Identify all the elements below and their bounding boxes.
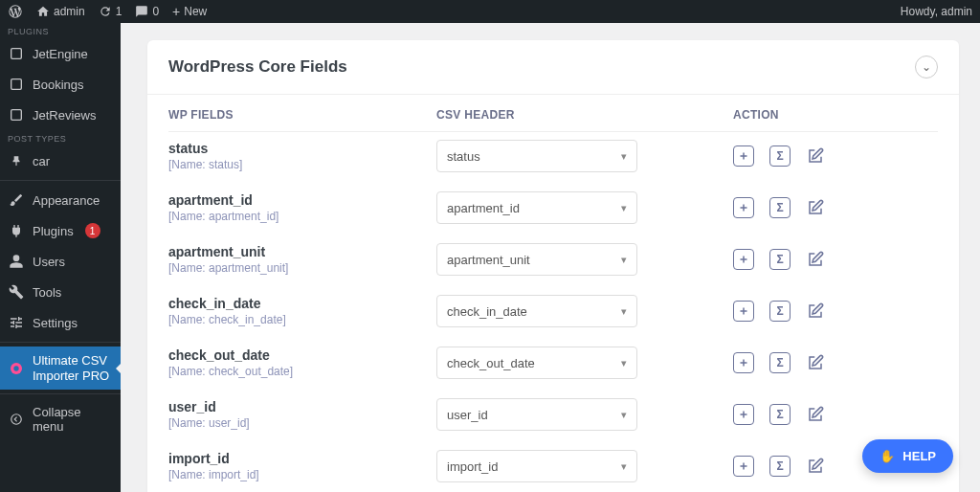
- sidebar-item-plugins[interactable]: Plugins 1: [0, 215, 121, 246]
- sidebar-item-tools[interactable]: Tools: [0, 277, 121, 307]
- csv-header-cell: check_in_date ▾: [436, 295, 733, 327]
- formula-button[interactable]: Σ: [769, 197, 791, 218]
- formula-button[interactable]: Σ: [769, 301, 791, 322]
- add-button[interactable]: [733, 352, 754, 373]
- user-icon: [8, 253, 25, 270]
- wp-field-cell: apartment_id [Name: apartment_id]: [168, 192, 436, 223]
- sigma-icon: Σ: [776, 459, 783, 473]
- importer-icon: [8, 360, 25, 377]
- help-label: HELP: [902, 449, 936, 463]
- formula-button[interactable]: Σ: [769, 145, 791, 167]
- wp-field-cell: user_id [Name: user_id]: [168, 399, 436, 430]
- chevron-down-icon: ▾: [621, 254, 627, 266]
- field-name: check_out_date: [168, 347, 436, 363]
- add-button[interactable]: [733, 249, 754, 270]
- wordpress-icon: [8, 4, 23, 19]
- sidebar-item-label: JetReviews: [33, 108, 96, 123]
- sidebar-item-car[interactable]: car: [0, 145, 121, 176]
- select-value: import_id: [447, 459, 498, 474]
- bookings-icon: [8, 76, 25, 93]
- csv-header-select[interactable]: check_out_date ▾: [436, 347, 637, 379]
- formula-button[interactable]: Σ: [769, 404, 791, 425]
- action-cell: Σ: [733, 145, 938, 167]
- edit-button[interactable]: [806, 457, 825, 476]
- svg-point-5: [11, 414, 22, 425]
- action-cell: Σ: [733, 404, 938, 425]
- edit-button[interactable]: [806, 198, 825, 217]
- csv-header-select[interactable]: check_in_date ▾: [436, 295, 637, 327]
- add-button[interactable]: [733, 301, 754, 322]
- sidebar-item-jetreviews[interactable]: JetReviews: [0, 100, 121, 130]
- csv-header-select[interactable]: user_id ▾: [436, 398, 637, 431]
- field-meta: [Name: check_in_date]: [168, 313, 436, 326]
- sidebar-item-csv-importer[interactable]: Ultimate CSV Importer PRO: [0, 347, 121, 390]
- add-button[interactable]: [733, 456, 754, 477]
- field-row: check_out_date [Name: check_out_date] ch…: [168, 339, 938, 391]
- sidebar-item-label: Collapse menu: [33, 405, 113, 434]
- field-row: user_id [Name: user_id] user_id ▾ Σ: [168, 391, 938, 442]
- core-fields-panel: WordPress Core Fields ⌄ WP FIELDS CSV HE…: [147, 40, 959, 492]
- csv-header-select[interactable]: apartment_id ▾: [436, 191, 637, 224]
- sidebar-item-jetengine[interactable]: JetEngine: [0, 38, 121, 69]
- add-button[interactable]: [733, 145, 754, 167]
- plug-icon: [8, 222, 25, 239]
- formula-button[interactable]: Σ: [769, 352, 791, 373]
- edit-button[interactable]: [806, 146, 825, 166]
- sigma-icon: Σ: [776, 253, 783, 266]
- comments-link[interactable]: 0: [135, 5, 159, 18]
- svg-rect-2: [11, 110, 22, 121]
- user-greeting[interactable]: Howdy, admin: [901, 5, 972, 18]
- sidebar-item-label: Appearance: [33, 193, 100, 208]
- home-icon: [36, 5, 50, 18]
- slider-icon: [8, 314, 25, 331]
- section-plugins-label: PLUGINS: [0, 23, 121, 38]
- add-button[interactable]: [733, 197, 754, 218]
- new-link[interactable]: + New: [172, 4, 207, 19]
- wp-field-cell: apartment_unit [Name: apartment_unit]: [168, 244, 436, 275]
- sidebar-item-appearance[interactable]: Appearance: [0, 185, 121, 215]
- action-cell: Σ: [733, 249, 938, 270]
- panel-body: WP FIELDS CSV HEADER ACTION status [Name…: [147, 95, 959, 492]
- chevron-down-icon: ▾: [621, 202, 627, 214]
- sidebar-item-users[interactable]: Users: [0, 246, 121, 277]
- sidebar-item-label: Bookings: [33, 78, 83, 92]
- sidebar-item-settings[interactable]: Settings: [0, 307, 121, 338]
- edit-button[interactable]: [806, 405, 825, 424]
- csv-header-select[interactable]: status ▾: [436, 140, 637, 172]
- sidebar-item-label: Users: [33, 255, 65, 269]
- wp-field-cell: check_out_date [Name: check_out_date]: [168, 347, 436, 378]
- sidebar-item-bookings[interactable]: Bookings: [0, 69, 121, 100]
- action-cell: Σ: [733, 301, 938, 322]
- refresh-icon: [99, 5, 112, 18]
- field-row: import_id [Name: import_id] import_id ▾ …: [168, 442, 938, 492]
- field-name: user_id: [168, 399, 436, 414]
- admin-toolbar: admin 1 0 + New Howdy, admin: [0, 0, 980, 23]
- wp-logo[interactable]: [8, 4, 23, 19]
- sigma-icon: Σ: [776, 408, 783, 421]
- edit-button[interactable]: [806, 250, 825, 269]
- add-button[interactable]: [733, 404, 754, 425]
- edit-button[interactable]: [806, 353, 825, 372]
- field-name: import_id: [168, 451, 436, 466]
- formula-button[interactable]: Σ: [769, 249, 791, 270]
- collapse-menu[interactable]: Collapse menu: [0, 398, 121, 440]
- site-name-link[interactable]: admin: [36, 5, 85, 18]
- sidebar-item-label: Ultimate CSV Importer PRO: [33, 353, 113, 383]
- csv-header-cell: import_id ▾: [436, 450, 733, 482]
- separator: [0, 342, 121, 343]
- csv-header-cell: apartment_unit ▾: [436, 243, 733, 276]
- help-button[interactable]: ✋ HELP: [862, 439, 953, 473]
- csv-header-select[interactable]: import_id ▾: [436, 450, 637, 482]
- svg-rect-1: [11, 79, 22, 90]
- separator: [0, 180, 121, 181]
- formula-button[interactable]: Σ: [769, 456, 791, 477]
- chevron-down-icon: ▾: [621, 150, 627, 163]
- section-post-types-label: POST TYPES: [0, 130, 121, 145]
- select-value: user_id: [447, 408, 488, 422]
- greeting-label: Howdy, admin: [901, 5, 972, 18]
- panel-collapse-button[interactable]: ⌄: [915, 56, 938, 78]
- updates-link[interactable]: 1: [99, 5, 122, 18]
- action-cell: Σ: [733, 352, 938, 373]
- csv-header-select[interactable]: apartment_unit ▾: [436, 243, 637, 276]
- edit-button[interactable]: [806, 302, 825, 321]
